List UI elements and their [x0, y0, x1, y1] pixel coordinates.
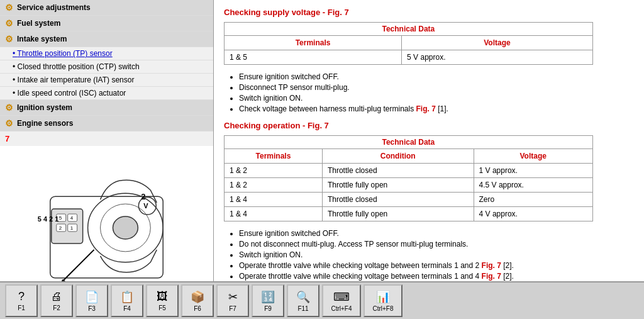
t2-r2-condition: Throttle fully open: [322, 178, 474, 193]
t2-r3-condition: Throttle closed: [322, 193, 474, 207]
svg-text:5: 5: [59, 215, 62, 221]
t2-r4-voltage: 4 V approx.: [474, 207, 592, 221]
t2-r4-terminals: 1 & 4: [225, 207, 323, 221]
table-row: 1 & 5 5 V approx.: [225, 50, 593, 65]
sidebar-item-service-adjustments[interactable]: ⚙ Service adjustments: [0, 0, 213, 16]
svg-text:2: 2: [141, 192, 145, 201]
bullet2-4: Operate throttle valve while checking vo…: [239, 261, 634, 270]
bullet2-2: Do not disconnect multi-plug. Access TP …: [239, 240, 634, 249]
image-icon: 🖼: [157, 290, 168, 303]
fig-label: 7: [0, 132, 213, 146]
toolbar: ? F1 🖨 F2 📄 F3 📋 F4 🖼 F5 📦 F6 ✂ F7 🔢 F9 …: [0, 281, 644, 319]
ctrlf4-button[interactable]: ⌨ Ctrl+F4: [322, 284, 361, 317]
svg-text:V: V: [143, 202, 148, 210]
bullets2-list: Ensure ignition switched OFF. Do not dis…: [239, 229, 634, 281]
f5-button[interactable]: 🖼 F5: [146, 284, 179, 317]
svg-text:1: 1: [70, 225, 74, 231]
table2-col-voltage: Voltage: [474, 149, 592, 164]
sidebar-item-engine-sensors[interactable]: ⚙ Engine sensors: [0, 116, 213, 132]
svg-point-3: [113, 216, 138, 239]
box-icon: 📦: [191, 290, 204, 304]
scissors-icon: ✂: [228, 290, 238, 304]
f3-button[interactable]: 📄 F3: [75, 284, 108, 317]
svg-text:4: 4: [70, 215, 74, 221]
engine-icon: ⚙: [5, 118, 13, 128]
table1-col-terminals: Terminals: [225, 36, 402, 50]
svg-line-14: [63, 250, 94, 281]
sidebar-item-fuel-system[interactable]: ⚙ Fuel system: [0, 16, 213, 31]
t2-r4-condition: Throttle fully open: [322, 207, 474, 221]
sidebar: ⚙ Service adjustments ⚙ Fuel system ⚙ In…: [0, 0, 214, 281]
f9-button[interactable]: 🔢 F9: [252, 284, 284, 317]
gear-icon: ⚙: [5, 3, 13, 13]
bullet2-3: Switch ignition ON.: [239, 250, 634, 259]
table1-col-voltage: Voltage: [402, 36, 593, 50]
ctrlf8-button[interactable]: 📊 Ctrl+F8: [364, 284, 402, 317]
ref3: Fig. 7: [482, 272, 501, 281]
operation-table: Technical Data Terminals Condition Volta…: [224, 135, 593, 221]
table-row: 1 & 2 Throttle closed 1 V approx.: [225, 164, 593, 178]
print-icon: 🖨: [51, 290, 62, 303]
t2-r3-voltage: Zero: [474, 193, 592, 207]
table-row: 1 & 4 Throttle fully open 4 V approx.: [225, 207, 593, 221]
bullet1-2: Disconnect TP sensor multi-plug.: [239, 83, 634, 92]
bullet1-3: Switch ignition ON.: [239, 94, 634, 103]
bullet2-5: Operate throttle valve while checking vo…: [239, 272, 634, 281]
t2-r1-condition: Throttle closed: [322, 164, 474, 178]
table1-caption: Technical Data: [224, 22, 593, 35]
f2-button[interactable]: 🖨 F2: [40, 284, 73, 317]
clipboard-icon: 📋: [120, 290, 134, 304]
keyboard-icon: ⌨: [333, 290, 350, 304]
diagram-area: 5 4 2 1 5 4 2 1: [0, 146, 213, 281]
bullet1-1: Ensure ignition switched OFF.: [239, 72, 634, 81]
f4-button[interactable]: 📋 F4: [111, 284, 143, 317]
t2-r1-terminals: 1 & 2: [225, 164, 323, 178]
sidebar-item-ignition-system[interactable]: ⚙ Ignition system: [0, 100, 213, 116]
bullets1-list: Ensure ignition switched OFF. Disconnect…: [239, 72, 634, 113]
supply-voltage-table: Technical Data Terminals Voltage 1 & 5 5…: [224, 22, 593, 65]
sidebar-item-intake-air[interactable]: Intake air temperature (IAT) sensor: [0, 74, 213, 87]
t2-r2-terminals: 1 & 2: [225, 178, 323, 193]
bullet2-1: Ensure ignition switched OFF.: [239, 229, 634, 238]
document-icon: 📄: [85, 290, 99, 304]
svg-text:5 4 2 1: 5 4 2 1: [38, 215, 59, 223]
sidebar-item-intake-system[interactable]: ⚙ Intake system: [0, 31, 213, 47]
bullet1-4: Check voltage between harness multi-plug…: [239, 104, 634, 113]
intake-icon: ⚙: [5, 34, 13, 44]
sidebar-item-closed-throttle[interactable]: Closed throttle position (CTP) switch: [0, 60, 213, 74]
f11-button[interactable]: 🔍 F11: [287, 284, 319, 317]
ignition-icon: ⚙: [5, 103, 13, 113]
content-area: Checking supply voltage - Fig. 7 Technic…: [214, 0, 644, 281]
table1-row1-terminals: 1 & 5: [225, 50, 402, 65]
f1-button[interactable]: ? F1: [5, 284, 38, 317]
table2-col-condition: Condition: [322, 149, 474, 164]
t2-r2-voltage: 4.5 V approx.: [474, 178, 592, 193]
f7-button[interactable]: ✂ F7: [216, 284, 249, 317]
help-icon: ?: [18, 290, 25, 303]
table-row: 1 & 2 Throttle fully open 4.5 V approx.: [225, 178, 593, 193]
table2-caption: Technical Data: [224, 135, 593, 148]
sidebar-item-throttle-position[interactable]: Throttle position (TP) sensor: [0, 47, 213, 60]
t2-r3-terminals: 1 & 4: [225, 193, 323, 207]
table1-row1-voltage: 5 V approx.: [402, 50, 593, 65]
section2-title: Checking operation - Fig. 7: [224, 121, 634, 130]
ref1: Fig. 7: [416, 104, 435, 113]
chart-icon: 📊: [376, 290, 390, 304]
sidebar-item-idle-speed[interactable]: Idle speed control (ISC) actuator: [0, 87, 213, 100]
table-row: 1 & 4 Throttle closed Zero: [225, 193, 593, 207]
ref2: Fig. 7: [482, 261, 501, 270]
grid-icon: 🔢: [261, 290, 275, 304]
section1-title: Checking supply voltage - Fig. 7: [224, 8, 634, 17]
t2-r1-voltage: 1 V approx.: [474, 164, 592, 178]
table2-col-terminals: Terminals: [225, 149, 323, 164]
f6-button[interactable]: 📦 F6: [181, 284, 214, 317]
fuel-icon: ⚙: [5, 18, 13, 28]
search-icon: 🔍: [296, 290, 310, 304]
svg-text:2: 2: [59, 225, 62, 231]
